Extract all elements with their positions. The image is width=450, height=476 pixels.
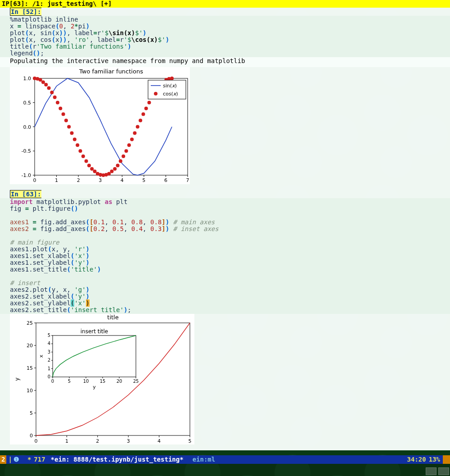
frame-title-bar: IP[63]: /1: just_testing\ [+] xyxy=(0,0,450,8)
svg-text:x: x xyxy=(38,354,44,358)
svg-text:20: 20 xyxy=(27,343,33,349)
svg-point-54 xyxy=(107,172,111,176)
svg-text:x: x xyxy=(111,443,114,444)
svg-text:0: 0 xyxy=(35,438,38,444)
svg-point-49 xyxy=(93,169,97,173)
window-number-badge: ❶ xyxy=(14,455,19,464)
svg-point-35 xyxy=(53,95,57,99)
svg-point-65 xyxy=(139,119,142,122)
svg-text:y: y xyxy=(14,377,20,381)
svg-point-76 xyxy=(170,77,174,80)
svg-text:4: 4 xyxy=(48,341,50,346)
svg-point-41 xyxy=(70,131,74,135)
svg-text:20: 20 xyxy=(117,379,122,384)
buffer-name[interactable]: *ein: 8888/test.ipynb/just_testing* xyxy=(51,455,184,464)
cell-prompt-52[interactable]: In [52]: xyxy=(10,8,41,16)
svg-point-39 xyxy=(64,119,68,122)
svg-point-36 xyxy=(56,101,59,104)
svg-text:15: 15 xyxy=(27,365,33,371)
svg-text:1: 1 xyxy=(55,177,58,183)
svg-text:6: 6 xyxy=(164,177,167,183)
svg-text:0: 0 xyxy=(51,379,54,384)
svg-point-45 xyxy=(81,154,85,158)
svg-point-55 xyxy=(110,169,113,173)
svg-text:title: title xyxy=(107,314,118,321)
svg-text:1: 1 xyxy=(48,366,50,371)
svg-point-61 xyxy=(127,143,131,147)
svg-text:10: 10 xyxy=(83,379,89,384)
svg-text:2: 2 xyxy=(96,438,99,444)
svg-point-32 xyxy=(44,83,48,86)
svg-text:0: 0 xyxy=(33,177,36,183)
svg-text:0.0: 0.0 xyxy=(23,124,32,130)
svg-text:5: 5 xyxy=(30,410,33,416)
major-mode: ein:ml xyxy=(193,455,216,464)
svg-text:-1.0: -1.0 xyxy=(22,172,31,178)
svg-point-38 xyxy=(62,113,65,116)
svg-text:5: 5 xyxy=(189,438,192,444)
svg-text:insert title: insert title xyxy=(81,328,108,335)
svg-point-56 xyxy=(113,167,117,171)
mode-line: 2 | ❶ * 717 *ein: 8888/test.ipynb/just_t… xyxy=(0,455,450,464)
svg-text:y: y xyxy=(93,384,96,390)
svg-point-46 xyxy=(85,159,88,163)
svg-point-40 xyxy=(67,125,71,129)
svg-text:25: 25 xyxy=(133,379,139,384)
svg-text:7: 7 xyxy=(186,177,189,183)
code-cell-63[interactable]: import matplotlib.pyplot as pltfig = plt… xyxy=(0,198,450,314)
indicator-bar: | xyxy=(7,455,13,464)
svg-text:-0.5: -0.5 xyxy=(22,148,31,154)
workspace-badge: 2 xyxy=(0,455,6,464)
svg-text:0.5: 0.5 xyxy=(23,100,32,106)
cell-52-stdout: Populating the interactive namespace fro… xyxy=(0,57,450,67)
chart-title-with-inset: titlexy0123450510152025insert titleyx051… xyxy=(10,314,194,444)
minibuffer[interactable] xyxy=(0,464,450,476)
svg-point-80 xyxy=(154,92,158,95)
svg-point-66 xyxy=(141,113,145,116)
svg-point-60 xyxy=(125,149,128,153)
svg-text:15: 15 xyxy=(100,379,106,384)
svg-text:5: 5 xyxy=(68,379,71,384)
svg-text:4: 4 xyxy=(121,177,124,183)
svg-text:cos(x): cos(x) xyxy=(163,91,178,97)
svg-point-43 xyxy=(76,143,79,147)
svg-point-57 xyxy=(116,164,120,168)
svg-point-67 xyxy=(144,107,148,110)
cursor-position: 34:20 xyxy=(407,455,426,464)
svg-point-64 xyxy=(136,125,140,129)
svg-text:5: 5 xyxy=(142,177,145,183)
svg-text:10: 10 xyxy=(27,388,33,394)
code-cell-52[interactable]: %matplotlib inlinex = linspace(0, 2*pi)p… xyxy=(0,16,450,57)
svg-point-68 xyxy=(148,101,151,104)
status-square xyxy=(426,467,436,475)
svg-point-63 xyxy=(133,131,136,135)
status-square xyxy=(438,467,449,475)
svg-point-30 xyxy=(39,78,42,82)
svg-rect-110 xyxy=(53,335,136,377)
svg-text:1.0: 1.0 xyxy=(23,76,32,82)
svg-text:2: 2 xyxy=(48,358,50,363)
svg-point-42 xyxy=(73,137,76,141)
svg-point-58 xyxy=(119,159,122,163)
svg-point-47 xyxy=(87,164,91,168)
line-number: 717 xyxy=(34,455,45,464)
cell-prompt-63[interactable]: In [63]: xyxy=(10,190,41,198)
scroll-percentage: 13% xyxy=(429,455,440,464)
svg-text:3: 3 xyxy=(48,349,50,354)
svg-point-59 xyxy=(122,154,125,158)
svg-text:25: 25 xyxy=(27,320,33,326)
svg-text:3: 3 xyxy=(99,177,102,183)
svg-text:2: 2 xyxy=(77,177,80,183)
svg-point-48 xyxy=(90,167,94,171)
svg-text:4: 4 xyxy=(158,438,161,444)
chart-two-familiar-functions: Two familiar functions01234567-1.0-0.50.… xyxy=(10,67,190,184)
svg-text:3: 3 xyxy=(127,438,130,444)
svg-text:sin(x): sin(x) xyxy=(163,83,177,89)
svg-text:0: 0 xyxy=(48,374,50,379)
svg-text:5: 5 xyxy=(48,333,50,338)
svg-point-44 xyxy=(79,149,82,153)
svg-point-33 xyxy=(47,86,51,90)
svg-text:1: 1 xyxy=(65,438,68,444)
modeline-cap xyxy=(443,455,450,464)
svg-text:Two familiar functions: Two familiar functions xyxy=(79,68,143,75)
